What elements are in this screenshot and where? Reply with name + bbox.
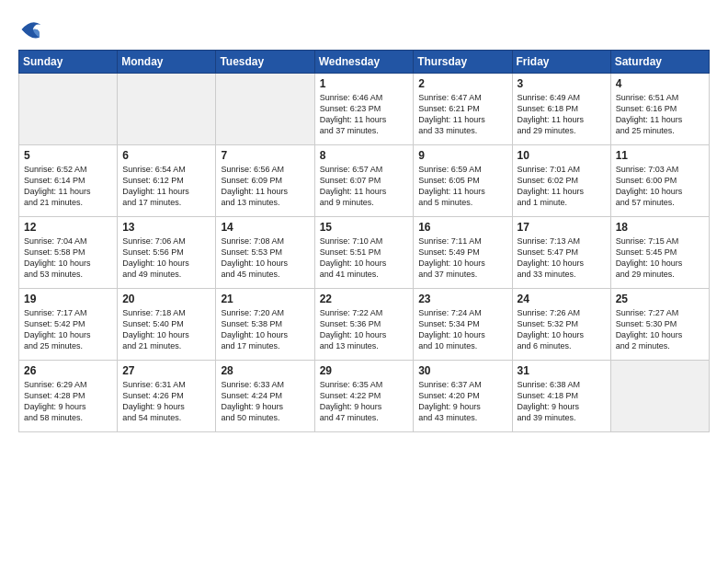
calendar-cell: 27Sunrise: 6:31 AM Sunset: 4:26 PM Dayli… [118,361,216,432]
calendar-cell: 15Sunrise: 7:10 AM Sunset: 5:51 PM Dayli… [314,217,414,289]
page: SundayMondayTuesdayWednesdayThursdayFrid… [0,0,728,563]
day-number: 7 [221,149,309,162]
cell-info: Sunrise: 6:51 AM Sunset: 6:16 PM Dayligh… [616,92,704,137]
calendar-cell: 1Sunrise: 6:46 AM Sunset: 6:23 PM Daylig… [314,74,414,145]
cell-info: Sunrise: 7:15 AM Sunset: 5:45 PM Dayligh… [616,236,704,281]
day-number: 6 [122,149,210,162]
cell-info: Sunrise: 6:31 AM Sunset: 4:26 PM Dayligh… [122,379,210,424]
weekday-header-saturday: Saturday [610,51,709,74]
weekday-header-thursday: Thursday [414,51,512,74]
calendar-week-1: 1Sunrise: 6:46 AM Sunset: 6:23 PM Daylig… [19,74,710,145]
day-number: 10 [518,149,606,162]
day-number: 2 [418,77,506,90]
calendar-cell: 4Sunrise: 6:51 AM Sunset: 6:16 PM Daylig… [610,74,709,145]
day-number: 17 [518,221,606,234]
calendar-header-row: SundayMondayTuesdayWednesdayThursdayFrid… [19,51,710,74]
calendar-cell: 2Sunrise: 6:47 AM Sunset: 6:21 PM Daylig… [414,74,512,145]
cell-info: Sunrise: 7:06 AM Sunset: 5:56 PM Dayligh… [122,236,210,281]
cell-info: Sunrise: 6:33 AM Sunset: 4:24 PM Dayligh… [221,379,309,424]
calendar-cell: 19Sunrise: 7:17 AM Sunset: 5:42 PM Dayli… [19,289,118,361]
cell-info: Sunrise: 6:29 AM Sunset: 4:28 PM Dayligh… [24,379,112,424]
cell-info: Sunrise: 7:10 AM Sunset: 5:51 PM Dayligh… [320,236,409,281]
day-number: 18 [616,221,704,234]
calendar-cell [610,361,709,432]
calendar-cell [19,74,118,145]
cell-info: Sunrise: 6:46 AM Sunset: 6:23 PM Dayligh… [320,92,409,137]
cell-info: Sunrise: 7:18 AM Sunset: 5:40 PM Dayligh… [122,307,210,352]
calendar-cell: 29Sunrise: 6:35 AM Sunset: 4:22 PM Dayli… [314,361,414,432]
calendar-cell: 12Sunrise: 7:04 AM Sunset: 5:58 PM Dayli… [19,217,118,289]
weekday-header-sunday: Sunday [19,51,118,74]
day-number: 30 [418,364,506,377]
day-number: 19 [24,293,112,305]
calendar-table: SundayMondayTuesdayWednesdayThursdayFrid… [18,50,710,432]
calendar-week-4: 19Sunrise: 7:17 AM Sunset: 5:42 PM Dayli… [19,289,710,361]
day-number: 12 [24,221,112,234]
calendar-cell: 10Sunrise: 7:01 AM Sunset: 6:02 PM Dayli… [512,145,610,217]
day-number: 13 [122,221,210,234]
calendar-week-5: 26Sunrise: 6:29 AM Sunset: 4:28 PM Dayli… [19,361,710,432]
day-number: 11 [616,149,704,162]
day-number: 20 [122,293,210,305]
day-number: 5 [24,149,112,162]
cell-info: Sunrise: 7:11 AM Sunset: 5:49 PM Dayligh… [418,236,506,281]
calendar-cell: 8Sunrise: 6:57 AM Sunset: 6:07 PM Daylig… [314,145,414,217]
cell-info: Sunrise: 6:57 AM Sunset: 6:07 PM Dayligh… [320,164,409,209]
calendar-cell: 6Sunrise: 6:54 AM Sunset: 6:12 PM Daylig… [118,145,216,217]
cell-info: Sunrise: 6:52 AM Sunset: 6:14 PM Dayligh… [24,164,112,209]
calendar-cell [216,74,314,145]
day-number: 26 [24,364,112,377]
cell-info: Sunrise: 7:17 AM Sunset: 5:42 PM Dayligh… [24,307,112,352]
day-number: 31 [518,364,606,377]
day-number: 16 [418,221,506,234]
day-number: 8 [320,149,409,162]
logo-icon [18,17,44,42]
calendar-cell: 31Sunrise: 6:38 AM Sunset: 4:18 PM Dayli… [512,361,610,432]
header [18,17,710,42]
cell-info: Sunrise: 7:20 AM Sunset: 5:38 PM Dayligh… [221,307,309,352]
day-number: 9 [418,149,506,162]
calendar-cell: 23Sunrise: 7:24 AM Sunset: 5:34 PM Dayli… [414,289,512,361]
cell-info: Sunrise: 6:54 AM Sunset: 6:12 PM Dayligh… [122,164,210,209]
cell-info: Sunrise: 6:56 AM Sunset: 6:09 PM Dayligh… [221,164,309,209]
cell-info: Sunrise: 7:03 AM Sunset: 6:00 PM Dayligh… [616,164,704,209]
cell-info: Sunrise: 7:04 AM Sunset: 5:58 PM Dayligh… [24,236,112,281]
cell-info: Sunrise: 6:59 AM Sunset: 6:05 PM Dayligh… [418,164,506,209]
day-number: 3 [518,77,606,90]
cell-info: Sunrise: 7:24 AM Sunset: 5:34 PM Dayligh… [418,307,506,352]
cell-info: Sunrise: 6:35 AM Sunset: 4:22 PM Dayligh… [320,379,409,424]
calendar-cell: 5Sunrise: 6:52 AM Sunset: 6:14 PM Daylig… [19,145,118,217]
calendar-cell: 30Sunrise: 6:37 AM Sunset: 4:20 PM Dayli… [414,361,512,432]
calendar-cell: 9Sunrise: 6:59 AM Sunset: 6:05 PM Daylig… [414,145,512,217]
calendar-cell: 20Sunrise: 7:18 AM Sunset: 5:40 PM Dayli… [118,289,216,361]
calendar-cell: 25Sunrise: 7:27 AM Sunset: 5:30 PM Dayli… [610,289,709,361]
calendar-week-2: 5Sunrise: 6:52 AM Sunset: 6:14 PM Daylig… [19,145,710,217]
day-number: 29 [320,364,409,377]
weekday-header-tuesday: Tuesday [216,51,314,74]
logo [18,17,48,42]
cell-info: Sunrise: 7:08 AM Sunset: 5:53 PM Dayligh… [221,236,309,281]
day-number: 1 [320,77,409,90]
day-number: 27 [122,364,210,377]
day-number: 15 [320,221,409,234]
weekday-header-friday: Friday [512,51,610,74]
day-number: 24 [518,293,606,305]
cell-info: Sunrise: 7:27 AM Sunset: 5:30 PM Dayligh… [616,307,704,352]
cell-info: Sunrise: 6:49 AM Sunset: 6:18 PM Dayligh… [518,92,606,137]
calendar-cell: 13Sunrise: 7:06 AM Sunset: 5:56 PM Dayli… [118,217,216,289]
cell-info: Sunrise: 7:01 AM Sunset: 6:02 PM Dayligh… [518,164,606,209]
day-number: 22 [320,293,409,305]
calendar-cell: 21Sunrise: 7:20 AM Sunset: 5:38 PM Dayli… [216,289,314,361]
calendar-cell: 28Sunrise: 6:33 AM Sunset: 4:24 PM Dayli… [216,361,314,432]
calendar-cell: 7Sunrise: 6:56 AM Sunset: 6:09 PM Daylig… [216,145,314,217]
weekday-header-monday: Monday [118,51,216,74]
calendar-week-3: 12Sunrise: 7:04 AM Sunset: 5:58 PM Dayli… [19,217,710,289]
calendar-cell: 26Sunrise: 6:29 AM Sunset: 4:28 PM Dayli… [19,361,118,432]
day-number: 21 [221,293,309,305]
calendar-cell: 16Sunrise: 7:11 AM Sunset: 5:49 PM Dayli… [414,217,512,289]
calendar-cell: 17Sunrise: 7:13 AM Sunset: 5:47 PM Dayli… [512,217,610,289]
weekday-header-wednesday: Wednesday [314,51,414,74]
calendar-cell: 22Sunrise: 7:22 AM Sunset: 5:36 PM Dayli… [314,289,414,361]
cell-info: Sunrise: 6:37 AM Sunset: 4:20 PM Dayligh… [418,379,506,424]
calendar-cell: 14Sunrise: 7:08 AM Sunset: 5:53 PM Dayli… [216,217,314,289]
